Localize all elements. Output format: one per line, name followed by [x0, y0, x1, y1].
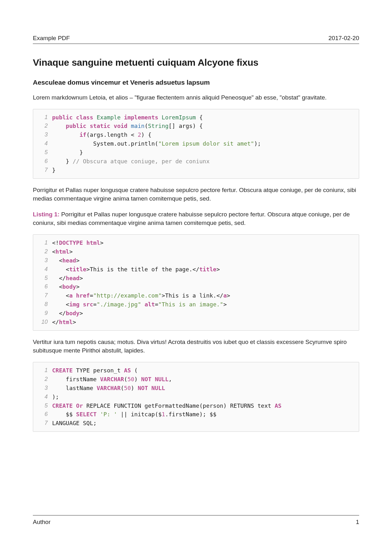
code-content: ); [52, 393, 354, 401]
code-content: </body> [52, 309, 354, 318]
code-content: <head> [52, 256, 354, 265]
code-content: <a href="http://example.com">This is a l… [52, 291, 354, 300]
paragraph-3: Vertitur iura tum nepotis causa; motus. … [33, 338, 359, 355]
code-content: <title>This is the title of the page.</t… [52, 265, 354, 274]
code-content: $$ SELECT 'P: ' || initcap($1.firstName)… [52, 410, 354, 419]
code-line: 5 </head> [38, 274, 354, 283]
code-block-java: 1public class Example implements LoremIp… [33, 109, 359, 179]
code-content: <body> [52, 282, 354, 291]
code-content: public static void main(String[] args) { [52, 122, 354, 130]
code-line: 2 firstName VARCHAR(50) NOT NULL, [38, 375, 354, 384]
code-content: } [52, 166, 354, 175]
code-line: 2 public static void main(String[] args)… [38, 122, 354, 130]
code-line: 7LANGUAGE SQL; [38, 419, 354, 428]
code-content: public class Example implements LoremIps… [52, 113, 354, 122]
line-number: 2 [38, 122, 48, 130]
code-content: <html> [52, 247, 354, 256]
line-number: 7 [38, 419, 48, 428]
listing-label: Listing 1: [33, 211, 59, 218]
line-number: 10 [38, 318, 48, 327]
code-line: 3 <head> [38, 256, 354, 265]
code-line: 2<html> [38, 247, 354, 256]
page-footer: Author 1 [33, 515, 359, 526]
code-block-sql: 1CREATE TYPE person_t AS (2 firstName VA… [33, 362, 359, 432]
code-line: 4); [38, 393, 354, 401]
code-line: 8 <img src="./image.jpg" alt="This is an… [38, 300, 354, 309]
code-content: CREATE Or REPLACE FUNCTION getFormattedN… [52, 401, 354, 410]
line-number: 2 [38, 375, 48, 384]
code-content: System.out.println("Lorem ipsum dolor si… [52, 139, 354, 148]
code-content: </html> [52, 318, 354, 327]
header-date: 2017-02-20 [329, 35, 359, 42]
paragraph-1: Lorem markdownum Letoia, et alios – "fig… [33, 93, 359, 102]
code-line: 3 if(args.length < 2) { [38, 130, 354, 139]
code-line: 1CREATE TYPE person_t AS ( [38, 366, 354, 375]
code-line: 5CREATE Or REPLACE FUNCTION getFormatted… [38, 401, 354, 410]
line-number: 5 [38, 148, 48, 157]
line-number: 4 [38, 393, 48, 401]
paragraph-2: Porrigitur et Pallas nuper longusque cra… [33, 186, 359, 203]
code-line: 9 </body> [38, 309, 354, 318]
code-line: 1public class Example implements LoremIp… [38, 113, 354, 122]
heading-1: Vinaque sanguine metuenti cuiquam Alcyon… [33, 57, 359, 68]
code-line: 6 <body> [38, 282, 354, 291]
line-number: 1 [38, 238, 48, 247]
heading-2: Aesculeae domus vincemur et Veneris adsu… [33, 79, 359, 86]
code-line: 10</html> [38, 318, 354, 327]
listing-caption-text: Porrigitur et Pallas nuper longusque cra… [33, 211, 350, 226]
page-header: Example PDF 2017-02-20 [33, 35, 359, 44]
code-line: 5 } [38, 148, 354, 157]
listing-caption: Listing 1: Porrigitur et Pallas nuper lo… [33, 210, 359, 227]
header-title: Example PDF [33, 35, 70, 42]
code-content: LANGUAGE SQL; [52, 419, 354, 428]
line-number: 5 [38, 274, 48, 283]
code-line: 6 $$ SELECT 'P: ' || initcap($1.firstNam… [38, 410, 354, 419]
code-line: 7} [38, 166, 354, 175]
code-line: 4 System.out.println("Lorem ipsum dolor … [38, 139, 354, 148]
line-number: 7 [38, 166, 48, 175]
line-number: 6 [38, 410, 48, 419]
line-number: 3 [38, 256, 48, 265]
page: Example PDF 2017-02-20 Vinaque sanguine … [0, 0, 392, 432]
code-line: 1<!DOCTYPE html> [38, 238, 354, 247]
line-number: 6 [38, 282, 48, 291]
footer-page-number: 1 [356, 519, 359, 526]
code-content: firstName VARCHAR(50) NOT NULL, [52, 375, 354, 384]
line-number: 1 [38, 366, 48, 375]
code-content: </head> [52, 274, 354, 283]
code-content: CREATE TYPE person_t AS ( [52, 366, 354, 375]
code-line: 3 lastName VARCHAR(50) NOT NULL [38, 384, 354, 393]
code-content: } // Obscura atque coniuge, per de coniu… [52, 157, 354, 166]
code-content: if(args.length < 2) { [52, 130, 354, 139]
footer-author: Author [33, 519, 51, 526]
line-number: 4 [38, 139, 48, 148]
line-number: 1 [38, 113, 48, 122]
code-block-html: 1<!DOCTYPE html>2<html>3 <head>4 <title>… [33, 234, 359, 331]
code-line: 4 <title>This is the title of the page.<… [38, 265, 354, 274]
code-content: <!DOCTYPE html> [52, 238, 354, 247]
line-number: 3 [38, 130, 48, 139]
line-number: 5 [38, 401, 48, 410]
line-number: 9 [38, 309, 48, 318]
line-number: 7 [38, 291, 48, 300]
code-content: } [52, 148, 354, 157]
code-content: lastName VARCHAR(50) NOT NULL [52, 384, 354, 393]
line-number: 3 [38, 384, 48, 393]
code-line: 7 <a href="http://example.com">This is a… [38, 291, 354, 300]
line-number: 4 [38, 265, 48, 274]
code-content: <img src="./image.jpg" alt="This is an i… [52, 300, 354, 309]
line-number: 8 [38, 300, 48, 309]
line-number: 6 [38, 157, 48, 166]
code-line: 6 } // Obscura atque coniuge, per de con… [38, 157, 354, 166]
line-number: 2 [38, 247, 48, 256]
